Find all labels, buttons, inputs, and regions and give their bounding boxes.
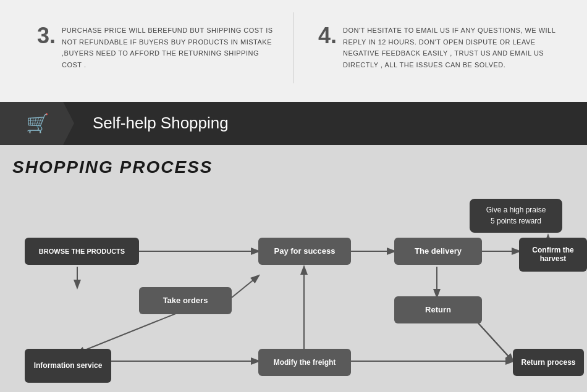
- top-section: 3. PURCHASE PRICE WILL BEREFUND BUT SHIP…: [0, 0, 587, 102]
- node-return-process: Return process: [513, 349, 584, 376]
- node-pay: Pay for success: [258, 238, 351, 265]
- node-browse: BROWSE THE PRODUCTS: [25, 238, 139, 265]
- step4-container: 4. DON'T HESITATE TO EMAIL US IF ANY QUE…: [294, 12, 587, 83]
- flow-diagram: Give a high praise 5 points reward BROWS…: [12, 196, 575, 392]
- reward-box: Give a high praise 5 points reward: [470, 199, 562, 233]
- node-delivery: The delivery: [394, 238, 482, 265]
- banner-title: Self-help Shopping: [93, 114, 229, 133]
- svg-line-2: [232, 276, 258, 298]
- reward-line2: 5 points reward: [491, 215, 541, 227]
- node-info-service: Information service: [25, 349, 111, 383]
- step3-container: 3. PURCHASE PRICE WILL BEREFUND BUT SHIP…: [0, 12, 294, 83]
- step3-number: 3.: [37, 25, 56, 47]
- node-take-orders: Take orders: [139, 287, 232, 314]
- cart-icon-container: 🛒: [0, 102, 74, 145]
- reward-line1: Give a high praise: [486, 204, 546, 215]
- svg-line-7: [77, 313, 177, 353]
- main-content: SHOPPING PROCESS: [0, 145, 587, 392]
- node-confirm: Confirm the harvest: [519, 238, 587, 272]
- step4-text: DON'T HESITATE TO EMAIL US IF ANY QUESTI…: [343, 25, 568, 71]
- cart-icon: 🛒: [26, 112, 49, 134]
- section-title: SHOPPING PROCESS: [12, 157, 575, 177]
- step3-text: PURCHASE PRICE WILL BEREFUND BUT SHIPPIN…: [62, 25, 274, 71]
- banner: 🛒 Self-help Shopping: [0, 102, 587, 145]
- node-return: Return: [394, 296, 482, 323]
- node-modify-freight: Modify the freight: [258, 349, 351, 376]
- step4-number: 4.: [318, 25, 337, 47]
